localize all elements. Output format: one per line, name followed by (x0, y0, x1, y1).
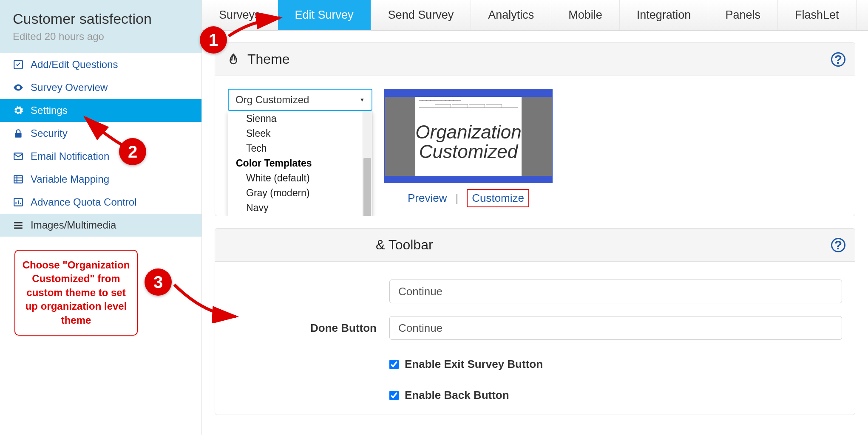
edited-timestamp: Edited 20 hours ago (13, 31, 189, 42)
svg-rect-7 (14, 225, 23, 226)
eye-icon (13, 82, 24, 93)
tab-send-survey[interactable]: Send Survey (371, 0, 471, 30)
sidebar-item-label: Settings (31, 105, 68, 116)
svg-rect-4 (14, 175, 23, 183)
tab-label: Analytics (488, 8, 534, 21)
annotation-badge-1: 1 (200, 26, 227, 54)
preview-column: ━━━━━━━━━━━━━━━━━━━━━━ Organization Cust… (384, 89, 553, 207)
customize-link[interactable]: Customize (467, 189, 529, 207)
sidebar-section-images-multimedia[interactable]: Images/Multimedia (0, 214, 201, 237)
enable-back-label: Enable Back Button (405, 389, 509, 402)
sidebar: Customer satisfection Edited 20 hours ag… (0, 0, 202, 435)
sidebar-item-label: Advance Quota Control (31, 196, 136, 208)
list-icon (13, 174, 24, 185)
sidebar-item-security[interactable]: Security (0, 122, 201, 145)
leaf-icon (227, 53, 240, 66)
tab-flashlet[interactable]: FlashLet (778, 0, 857, 30)
sidebar-item-settings[interactable]: Settings (0, 99, 201, 122)
svg-rect-6 (14, 222, 23, 223)
annotation-badge-3: 3 (145, 268, 172, 296)
tab-analytics[interactable]: Analytics (471, 0, 551, 30)
done-button-label: Done Button (228, 322, 389, 335)
tab-label: Integration (637, 8, 691, 21)
enable-back-checkbox[interactable] (389, 391, 399, 400)
theme-panel: Theme ? Org Customized ▼ Sienna Sleek (215, 42, 855, 216)
sidebar-item-label: Email Notification (31, 150, 109, 162)
tab-panels[interactable]: Panels (708, 0, 778, 30)
sidebar-item-label: Survey Overview (31, 82, 108, 93)
gear-icon (13, 105, 24, 116)
dd-group-color: Color Templates (228, 156, 372, 171)
dd-option[interactable]: Gray (modern) (228, 186, 372, 201)
tab-label: Surveys (219, 8, 261, 21)
dd-option[interactable]: Red (228, 215, 372, 216)
enable-exit-checkbox[interactable] (389, 360, 399, 369)
svg-rect-2 (15, 133, 21, 138)
panel-head: & Toolbar ? (215, 229, 855, 262)
dd-option[interactable]: Navy (228, 201, 372, 215)
sidebar-item-survey-overview[interactable]: Survey Overview (0, 76, 201, 99)
dd-option[interactable]: White (default) (228, 171, 372, 186)
preview-text-l2: Customized (419, 142, 518, 161)
sidebar-item-label: Security (31, 127, 68, 139)
tab-label: Send Survey (388, 8, 454, 21)
tab-label: FlashLet (795, 8, 839, 21)
preview-text-l1: Organization (415, 122, 521, 142)
scrollbar-track[interactable] (363, 111, 372, 216)
main: Surveys Edit Survey Send Survey Analytic… (202, 0, 868, 435)
panel-head: Theme ? (215, 43, 855, 76)
annotation-badge-2: 2 (119, 138, 146, 165)
survey-title: Customer satisfection (13, 11, 189, 27)
theme-preview: ━━━━━━━━━━━━━━━━━━━━━━ Organization Cust… (384, 89, 553, 183)
form-row (228, 280, 842, 303)
sidebar-item-advance-quota-control[interactable]: Advance Quota Control (0, 191, 201, 214)
panel-title: & Toolbar (376, 237, 433, 253)
content: Theme ? Org Customized ▼ Sienna Sleek (202, 31, 868, 415)
enable-exit-row: Enable Exit Survey Button (228, 358, 842, 371)
sidebar-item-label: Variable Mapping (31, 173, 109, 185)
enable-exit-label: Enable Exit Survey Button (405, 358, 543, 371)
enable-back-row: Enable Back Button (228, 389, 842, 402)
svg-rect-8 (14, 227, 23, 229)
toolbar-panel: & Toolbar ? Done Button Enable Exit Surv… (215, 228, 855, 415)
help-icon[interactable]: ? (831, 238, 845, 252)
theme-body: Org Customized ▼ Sienna Sleek Tech Color… (215, 76, 855, 216)
sidebar-item-add-edit-questions[interactable]: Add/Edit Questions (0, 53, 201, 76)
tab-edit-survey[interactable]: Edit Survey (278, 0, 371, 30)
sidebar-item-label: Add/Edit Questions (31, 59, 118, 71)
dropdown-scroll: Sienna Sleek Tech Color Templates White … (228, 111, 372, 216)
toolbar-body: Done Button Enable Exit Survey Button En… (215, 262, 855, 415)
tab-label: Panels (725, 8, 760, 21)
sidebar-header: Customer satisfection Edited 20 hours ag… (0, 0, 201, 53)
sidebar-item-variable-mapping[interactable]: Variable Mapping (0, 168, 201, 191)
sidebar-item-email-notification[interactable]: Email Notification (0, 145, 201, 168)
preview-links: Preview | Customize (384, 189, 553, 207)
tab-bar: Surveys Edit Survey Send Survey Analytic… (202, 0, 868, 31)
help-icon[interactable]: ? (831, 52, 845, 67)
preview-link[interactable]: Preview (408, 192, 447, 205)
sidebar-item-label: Images/Multimedia (31, 219, 116, 231)
hamburger-icon (13, 220, 24, 231)
chevron-down-icon: ▼ (360, 97, 365, 103)
tab-mobile[interactable]: Mobile (551, 0, 620, 30)
tab-label: Edit Survey (295, 8, 354, 21)
tab-label: Mobile (568, 8, 602, 21)
scrollbar-thumb[interactable] (363, 158, 371, 216)
form-row-done: Done Button (228, 316, 842, 340)
dd-option[interactable]: Sienna (228, 111, 372, 126)
dd-option[interactable]: Sleek (228, 126, 372, 141)
svg-point-1 (17, 87, 19, 88)
tab-surveys[interactable]: Surveys (202, 0, 278, 30)
tab-integration[interactable]: Integration (620, 0, 709, 30)
annotation-text-box: Choose "Organization Customized" from cu… (14, 250, 138, 336)
bars-icon (13, 197, 24, 208)
separator: | (455, 192, 458, 205)
done-button-input[interactable] (389, 316, 842, 340)
theme-dropdown: Sienna Sleek Tech Color Templates White … (228, 111, 372, 216)
panel-title: Theme (247, 51, 290, 67)
edit-icon (13, 59, 24, 70)
continue-button-input[interactable] (389, 280, 842, 303)
mail-icon (13, 151, 24, 162)
theme-select[interactable]: Org Customized ▼ (228, 89, 372, 111)
dd-option[interactable]: Tech (228, 141, 372, 156)
